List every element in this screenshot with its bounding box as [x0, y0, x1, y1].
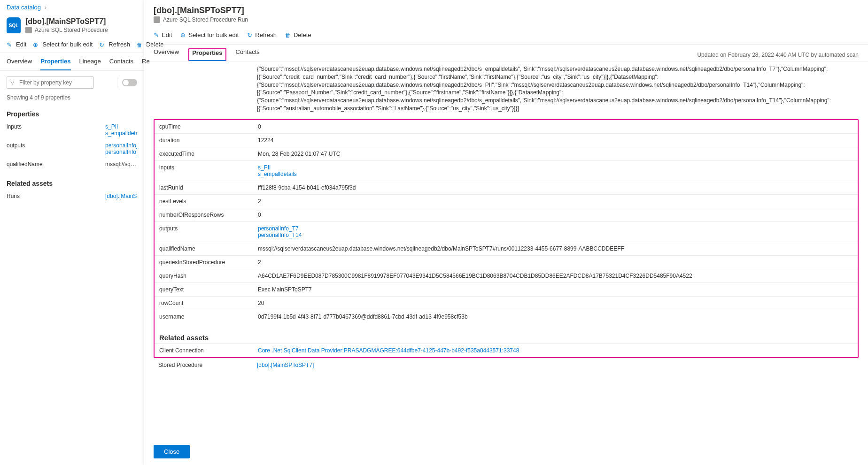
prop-value: 20	[258, 300, 853, 306]
stored-procedure-link[interactable]: [dbo].[MainSPToSPT7]	[257, 362, 854, 368]
client-connection-link[interactable]: Core .Net SqlClient Data Provider:PRASAD…	[258, 347, 853, 354]
prop-key: queriesInStoredProcedure	[159, 259, 258, 266]
output-link[interactable]: personalInfo_T7	[258, 225, 853, 232]
separator	[117, 77, 117, 88]
prop-value: fff128f8-9cba-4154-b041-ef034a795f3d	[258, 184, 853, 191]
mapping-blob: {"Source":"mssql://sqlserverdatascaneus2…	[154, 61, 859, 117]
prop-key: queryHash	[159, 273, 258, 279]
runs-link[interactable]: [dbo].[MainSPT	[105, 193, 137, 199]
section-related: Related assets	[0, 175, 144, 190]
refresh-button[interactable]: Refresh	[247, 31, 277, 38]
property-count: Showing 4 of 9 properties	[0, 92, 144, 106]
input-link[interactable]: s_PII	[258, 164, 853, 171]
prop-key: Runs	[7, 193, 105, 199]
prop-row-qualifiedname: qualifiedName mssql://sqlserverdatascane…	[155, 242, 858, 255]
delete-icon	[285, 31, 291, 38]
edit-button[interactable]: Edit	[7, 41, 26, 48]
prop-value: 0	[258, 212, 853, 218]
toggle-switch[interactable]	[122, 79, 137, 86]
refresh-icon	[99, 41, 106, 48]
prop-key: queryText	[159, 286, 258, 293]
filter-input[interactable]	[7, 76, 94, 89]
prop-key: qualifiedName	[7, 161, 105, 168]
prop-value: A64CD1AE7F6D9EED087D785300C9981F8919978E…	[258, 273, 853, 279]
updated-timestamp: Updated on February 28, 2022 4:40 AM UTC…	[697, 52, 859, 58]
input-link[interactable]: s_empalldetails	[258, 171, 853, 177]
prop-row-querytext: queryText Exec MainSPToSPT7	[155, 282, 858, 296]
prop-row-inputs: inputs s_PII s_empalldetails	[155, 160, 858, 181]
related-row-runs: Runs [dbo].[MainSPT	[0, 190, 144, 202]
prop-key: duration	[159, 137, 258, 144]
detail-scroll[interactable]: {"Source":"mssql://sqlserverdatascaneus2…	[144, 61, 868, 438]
input-link[interactable]: s_empalldetails	[105, 130, 137, 137]
breadcrumb: Data catalog ›	[0, 0, 144, 13]
breadcrumb-root[interactable]: Data catalog	[7, 4, 41, 11]
prop-value: 0d7199f4-1b5d-4f43-8f71-d777b0467369@ddf…	[258, 313, 853, 320]
tab-overview[interactable]: Overview	[7, 58, 32, 70]
prop-key: Client Connection	[159, 347, 258, 354]
prop-row-queriesinsp: queriesInStoredProcedure 2	[155, 255, 858, 269]
prop-row-outputs: outputs personalInfo_T personalInfo_T	[0, 139, 144, 158]
tab-contacts[interactable]: Contacts	[236, 48, 260, 61]
prop-value: 2	[258, 198, 853, 205]
prop-value: mssql://sqlserv	[105, 161, 137, 168]
detail-subtitle: Azure SQL Stored Procedure Run	[154, 16, 859, 23]
refresh-button[interactable]: Refresh	[99, 41, 130, 48]
left-tabs: Overview Properties Lineage Contacts Re	[0, 53, 144, 71]
asset-type-label: Azure SQL Stored Procedure	[35, 27, 108, 33]
edit-button[interactable]: Edit	[154, 31, 172, 38]
prop-row-duration: duration 12224	[155, 133, 858, 147]
bulk-edit-button[interactable]: Select for bulk edit	[33, 41, 93, 48]
properties-highlight-box: cpuTime 0 duration 12224 executedTime Mo…	[154, 119, 859, 358]
prop-key: lastRunId	[159, 184, 258, 191]
prop-row-qualified: qualifiedName mssql://sqlserv	[0, 158, 144, 170]
plus-circle-icon	[33, 41, 39, 48]
output-link[interactable]: personalInfo_T	[105, 149, 137, 155]
delete-icon	[137, 41, 143, 48]
section-properties: Properties	[0, 106, 144, 121]
tab-properties[interactable]: Properties	[188, 48, 226, 61]
prop-value: mssql://sqlserverdatascaneus2euap.databa…	[258, 245, 853, 252]
prop-key: nestLevels	[159, 198, 258, 205]
prop-row-lastrunid: lastRunId fff128f8-9cba-4154-b041-ef034a…	[155, 181, 858, 194]
prop-value: 2	[258, 259, 853, 266]
prop-key: rowCount	[159, 300, 258, 306]
delete-button[interactable]: Delete	[285, 31, 311, 38]
prop-row-inputs: inputs s_PII s_empalldetails	[0, 121, 144, 139]
related-assets-title: Related assets	[155, 323, 858, 343]
detail-title: [dbo].[MainSPToSPT7]	[154, 6, 859, 15]
prop-key: outputs	[7, 142, 105, 155]
prop-value: 0	[258, 123, 853, 130]
prop-key: inputs	[159, 164, 258, 171]
tab-lineage[interactable]: Lineage	[79, 58, 101, 70]
sql-asset-icon: SQL	[7, 17, 21, 33]
prop-row-outputs: outputs personalInfo_T7 personalInfo_T14	[155, 221, 858, 242]
tab-overview[interactable]: Overview	[154, 48, 179, 61]
related-row-client: Client Connection Core .Net SqlClient Da…	[155, 343, 858, 357]
prop-row-cputime: cpuTime 0	[155, 120, 858, 133]
detail-toolbar: Edit Select for bulk edit Refresh Delete	[144, 26, 868, 45]
prop-value: 12224	[258, 137, 853, 144]
chevron-right-icon: ›	[45, 4, 46, 11]
prop-row-executedtime: executedTime Mon, 28 Feb 2022 01:07:47 U…	[155, 147, 858, 160]
tab-properties[interactable]: Properties	[40, 58, 70, 70]
prop-row-rowcount: rowCount 20	[155, 296, 858, 310]
prop-key: username	[159, 313, 258, 320]
prop-value: Mon, 28 Feb 2022 01:07:47 UTC	[258, 151, 853, 157]
prop-key: executedTime	[159, 151, 258, 157]
prop-key: Stored Procedure	[158, 362, 257, 368]
bulk-edit-button[interactable]: Select for bulk edit	[180, 31, 239, 38]
lineage-icon	[154, 16, 160, 23]
input-link[interactable]: s_PII	[105, 123, 137, 130]
asset-title: [dbo].[MainSPToSPT7]	[25, 17, 108, 26]
output-link[interactable]: personalInfo_T	[105, 142, 137, 149]
tab-contacts[interactable]: Contacts	[109, 58, 133, 70]
prop-row-queryhash: queryHash A64CD1AE7F6D9EED087D785300C998…	[155, 269, 858, 282]
right-panel: [dbo].[MainSPToSPT7] Azure SQL Stored Pr…	[144, 0, 868, 465]
prop-key: outputs	[159, 225, 258, 232]
prop-key: cpuTime	[159, 123, 258, 130]
detail-type-label: Azure SQL Stored Procedure Run	[163, 16, 248, 23]
close-button[interactable]: Close	[154, 445, 190, 458]
output-link[interactable]: personalInfo_T14	[258, 232, 853, 238]
plus-circle-icon	[180, 31, 186, 38]
